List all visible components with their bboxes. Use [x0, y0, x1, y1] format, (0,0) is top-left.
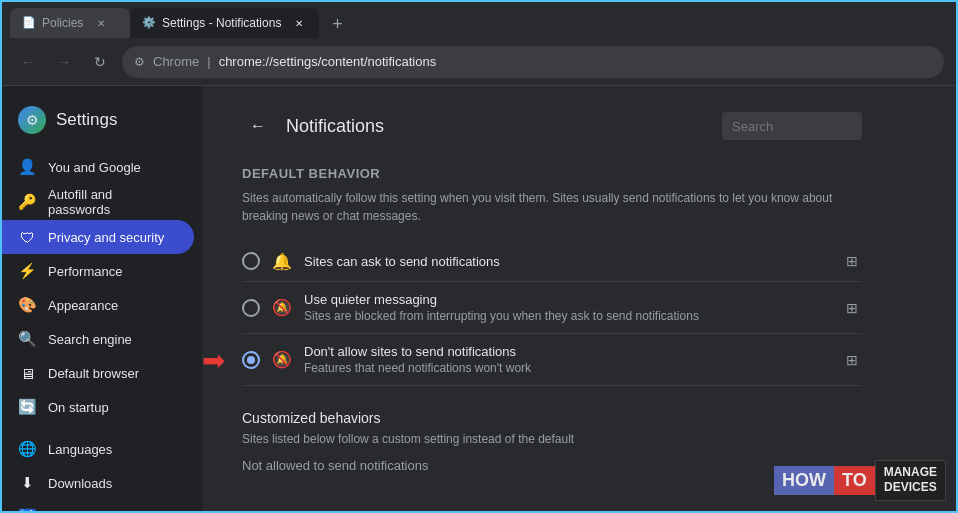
tab-policies[interactable]: 📄 Policies ✕ [10, 8, 130, 38]
tab-bar: 📄 Policies ✕ ⚙️ Settings - Notifications… [2, 2, 956, 38]
browser-frame: 📄 Policies ✕ ⚙️ Settings - Notifications… [0, 0, 958, 513]
watermark-manage: MANAGE DEVICES [875, 460, 946, 501]
browser-label: Default browser [48, 366, 139, 381]
radio-allow[interactable] [242, 252, 260, 270]
autofill-icon: 🔑 [18, 193, 36, 211]
radio-block-inner [247, 356, 255, 364]
reload-button[interactable]: ↻ [86, 48, 114, 76]
page-search-input[interactable] [722, 112, 862, 140]
downloads-label: Downloads [48, 476, 112, 491]
sidebar-item-search[interactable]: 🔍 Search engine [2, 322, 194, 356]
main-area: ⚙ Settings 👤 You and Google 🔑 Autofill a… [2, 86, 956, 511]
privacy-label: Privacy and security [48, 230, 164, 245]
radio-block[interactable] [242, 351, 260, 369]
privacy-icon: 🛡 [18, 228, 36, 246]
startup-label: On startup [48, 400, 109, 415]
page-title: Notifications [286, 116, 710, 137]
option-block-grid-icon[interactable]: ⊞ [842, 350, 862, 370]
customized-desc: Sites listed below follow a custom setti… [242, 432, 862, 446]
url-path: chrome://settings/content/notifications [219, 54, 437, 69]
sidebar-item-performance[interactable]: ⚡ Performance [2, 254, 194, 288]
settings-tab-label: Settings - Notifications [162, 16, 281, 30]
radio-quieter[interactable] [242, 299, 260, 317]
bell-icon: 🔔 [272, 252, 292, 271]
not-allowed-label: Not allowed to send notifications [242, 458, 862, 473]
accessibility-icon: ♿ [18, 508, 36, 511]
address-bar: ← → ↻ ⚙ Chrome | chrome://settings/conte… [2, 38, 956, 86]
default-behavior-desc: Sites automatically follow this setting … [242, 189, 862, 225]
bell-slash-icon: 🔕 [272, 350, 292, 369]
sidebar-item-you-google[interactable]: 👤 You and Google [2, 150, 194, 184]
option-quieter-title: Use quieter messaging [304, 292, 830, 307]
browser-icon: 🖥 [18, 364, 36, 382]
policies-favicon: 📄 [22, 16, 36, 30]
default-behavior-label: Default behavior [242, 166, 862, 181]
option-allow-grid-icon[interactable]: ⊞ [842, 251, 862, 271]
option-block-desc: Features that need notifications won't w… [304, 361, 830, 375]
watermark-to: TO [834, 466, 875, 496]
option-block-title: Don't allow sites to send notifications [304, 344, 830, 359]
sidebar-item-privacy[interactable]: 🛡 Privacy and security [2, 220, 194, 254]
option-row-allow[interactable]: 🔔 Sites can ask to send notifications ⊞ [242, 241, 862, 282]
back-to-privacy-button[interactable]: ← [242, 110, 274, 142]
sidebar-item-downloads[interactable]: ⬇ Downloads [2, 466, 194, 500]
sidebar-item-languages[interactable]: 🌐 Languages [2, 432, 194, 466]
option-row-quieter[interactable]: 🔕 Use quieter messaging Sites are blocke… [242, 282, 862, 334]
settings-logo: ⚙ [18, 106, 46, 134]
chrome-icon: ⚙ [134, 55, 145, 69]
appearance-icon: 🎨 [18, 296, 36, 314]
sidebar-header: ⚙ Settings [2, 94, 202, 146]
red-arrow-option: ➡ [202, 343, 225, 376]
startup-icon: 🔄 [18, 398, 36, 416]
watermark-how: HOW [774, 466, 834, 496]
sidebar-item-autofill[interactable]: 🔑 Autofill and passwords [2, 184, 194, 220]
forward-button[interactable]: → [50, 48, 78, 76]
url-bar[interactable]: ⚙ Chrome | chrome://settings/content/not… [122, 46, 944, 78]
option-quieter-content: Use quieter messaging Sites are blocked … [304, 292, 830, 323]
customized-section: Customized behaviors Sites listed below … [242, 410, 862, 473]
settings-favicon: ⚙️ [142, 16, 156, 30]
default-behavior-section: Default behavior Sites automatically fol… [242, 166, 862, 386]
settings-tab-close[interactable]: ✕ [291, 15, 307, 31]
languages-label: Languages [48, 442, 112, 457]
sidebar: ⚙ Settings 👤 You and Google 🔑 Autofill a… [2, 86, 202, 511]
option-block-content: Don't allow sites to send notifications … [304, 344, 830, 375]
option-quieter-desc: Sites are blocked from interrupting you … [304, 309, 830, 323]
you-google-label: You and Google [48, 160, 141, 175]
option-quieter-grid-icon[interactable]: ⊞ [842, 298, 862, 318]
new-tab-button[interactable]: + [323, 10, 351, 38]
policies-tab-close[interactable]: ✕ [93, 15, 109, 31]
option-row-block[interactable]: ➡ 🔕 Don't allow sites to send notificati… [242, 334, 862, 386]
performance-label: Performance [48, 264, 122, 279]
url-text: Chrome | chrome://settings/content/notif… [153, 54, 436, 69]
page-header: ← Notifications [242, 110, 862, 142]
downloads-icon: ⬇ [18, 474, 36, 492]
sidebar-item-browser[interactable]: 🖥 Default browser [2, 356, 194, 390]
policies-tab-label: Policies [42, 16, 83, 30]
bell-off-icon: 🔕 [272, 298, 292, 317]
back-button[interactable]: ← [14, 48, 42, 76]
watermark: HOW TO MANAGE DEVICES [774, 460, 946, 501]
sidebar-item-appearance[interactable]: 🎨 Appearance [2, 288, 194, 322]
content-area: ← Notifications Default behavior Sites a… [202, 86, 956, 511]
search-label: Search engine [48, 332, 132, 347]
sidebar-item-accessibility[interactable]: ♿ Accessibility [2, 500, 194, 511]
option-allow-content: Sites can ask to send notifications [304, 254, 830, 269]
autofill-label: Autofill and passwords [48, 187, 178, 217]
you-google-icon: 👤 [18, 158, 36, 176]
languages-icon: 🌐 [18, 440, 36, 458]
sidebar-item-startup[interactable]: 🔄 On startup [2, 390, 194, 424]
appearance-label: Appearance [48, 298, 118, 313]
performance-icon: ⚡ [18, 262, 36, 280]
url-separator: | [207, 54, 210, 69]
search-engine-icon: 🔍 [18, 330, 36, 348]
content-inner: ← Notifications Default behavior Sites a… [202, 86, 902, 497]
sidebar-title: Settings [56, 110, 117, 130]
option-allow-title: Sites can ask to send notifications [304, 254, 830, 269]
tab-settings[interactable]: ⚙️ Settings - Notifications ✕ [130, 8, 319, 38]
url-domain: Chrome [153, 54, 199, 69]
accessibility-label: Accessibility [48, 510, 119, 512]
customized-title: Customized behaviors [242, 410, 862, 426]
